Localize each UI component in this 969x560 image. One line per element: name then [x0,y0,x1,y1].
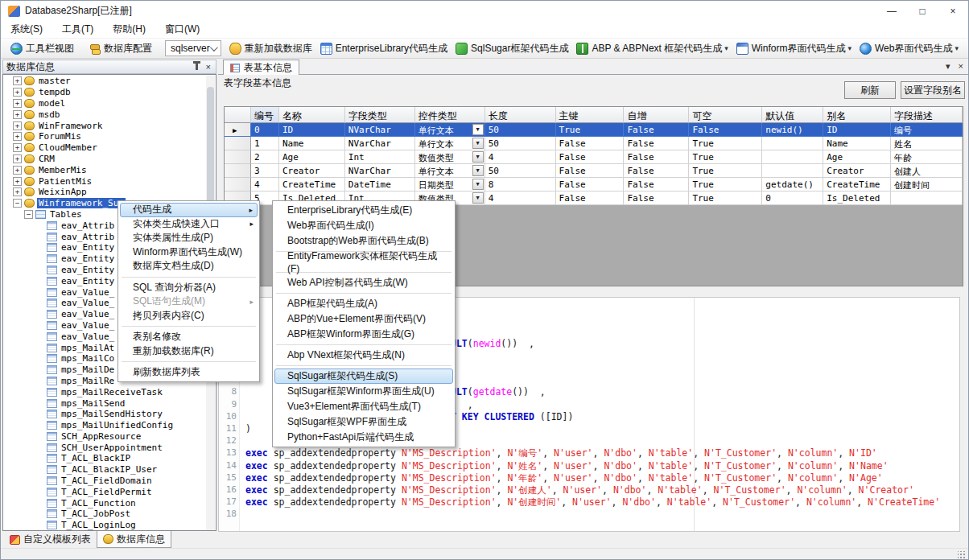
grid-cell[interactable]: 年龄 [891,150,963,164]
grid-cell[interactable]: 创建人 [891,164,963,178]
grid-cell[interactable]: ID [823,123,891,137]
grid-cell[interactable]: True [689,164,762,178]
column-header-编号[interactable]: 编号 [251,107,279,123]
codegen-submenu-item-8[interactable]: ABP框架代码生成(A) [274,296,453,311]
tree-item-SCH_UserAppointment[interactable]: SCH_UserAppointment [3,442,206,453]
grid-cell[interactable]: False [556,178,625,191]
context-menu-item-3[interactable]: Winform界面代码生成(W) [120,245,258,260]
grid-cell[interactable]: 单行文本▼ [415,123,485,137]
tree-item-mps_MailReceiveTask[interactable]: mps_MailReceiveTask [3,386,206,397]
toolbar-button-sqlsugar-codegen[interactable]: SqlSugar框架代码生成 [452,40,571,57]
expand-icon[interactable]: + [13,76,22,85]
grid-cell[interactable]: 3 [251,164,279,178]
grid-cell[interactable] [891,191,963,205]
tree-item-CloudMember[interactable]: +CloudMember [3,142,206,154]
grid-cell[interactable]: Is_Deleted [823,191,891,205]
tree-item-ForumMis[interactable]: +ForumMis [3,131,206,142]
context-menu-item-4[interactable]: 数据库文档生成(D) [120,259,258,274]
tree-item-SCH_AppResource[interactable]: SCH_AppResource [3,431,206,443]
grid-cell[interactable]: True [689,137,762,150]
tree-item-msdb[interactable]: +msdb [3,109,206,120]
collapse-icon[interactable]: − [13,199,22,208]
grid-cell[interactable]: 4 [251,178,279,191]
tree-item-WinFramework[interactable]: +WinFramework [3,120,206,131]
toolbar-button-reload-db[interactable]: 重新加载数据库 [226,40,315,57]
grid-cell[interactable] [225,178,251,191]
grid-cell[interactable]: 创建时间 [891,178,963,191]
grid-cell[interactable]: CreateTime [279,178,345,191]
grid-cell[interactable]: DateTime [345,178,415,191]
grid-cell[interactable]: Creator [279,164,345,178]
pin-icon[interactable] [196,64,198,70]
control-type-dropdown[interactable]: ▼ [472,179,484,190]
codegen-submenu-item-1[interactable]: Web界面代码生成(I) [274,218,453,233]
tree-item-T_ACL_BlackIP_User[interactable]: T_ACL_BlackIP_User [3,464,206,476]
grid-cell[interactable]: True [689,150,762,164]
tab-close-icon[interactable]: × [959,61,963,72]
grid-cell[interactable]: 单行文本▼ [415,137,485,150]
grid-cell[interactable]: 50 [485,164,556,178]
panel-tab-0[interactable]: 自定义模板列表 [4,531,97,548]
grid-cell[interactable]: 姓名 [891,137,963,150]
context-menu-item-0[interactable]: 代码生成▸ [120,203,258,217]
codegen-submenu-item-4[interactable]: EntityFramework实体框架代码生成(F) [274,254,453,270]
grid-cell[interactable]: ▶ [225,123,251,137]
expand-icon[interactable]: + [13,154,22,163]
grid-cell[interactable]: CreateTime [823,178,891,191]
menubar-item-0[interactable]: 系统(S) [1,20,52,39]
grid-cell[interactable]: Name [279,137,345,150]
panel-close-icon[interactable]: × [206,62,211,72]
grid-cell[interactable]: 编号 [891,123,963,137]
expand-icon[interactable]: + [13,187,22,196]
grid-cell[interactable]: False [556,137,625,150]
grid-cell[interactable]: False [689,123,762,137]
grid-cell[interactable]: False [624,191,689,205]
row-header-corner[interactable] [225,107,251,123]
grid-cell[interactable]: 0 [762,191,823,205]
context-menu-item-2[interactable]: 实体类属性生成(P) [120,231,258,245]
grid-cell[interactable]: Int [345,150,415,164]
column-header-控件类型[interactable]: 控件类型 [415,107,485,123]
column-header-长度[interactable]: 长度 [485,107,556,123]
minimize-button[interactable]: — [876,1,907,21]
tree-item-WeixinApp[interactable]: +WeixinApp [3,187,206,198]
grid-cell[interactable]: NVarChar [345,123,415,137]
column-header-字段类型[interactable]: 字段类型 [345,107,415,123]
expand-icon[interactable]: + [13,143,22,152]
expand-icon[interactable]: + [13,166,22,175]
grid-cell[interactable] [762,164,823,178]
codegen-submenu-item-6[interactable]: Web API控制器代码生成(W) [274,275,453,290]
toolbar-button-web-codegen[interactable]: Web界面代码生成▾ [856,40,962,57]
tab-list-dropdown-icon[interactable]: ▾ [946,61,950,72]
context-menu-item-1[interactable]: 实体类生成快速入口▸ [120,217,258,232]
grid-cell[interactable]: False [624,123,689,137]
panel-tab-1[interactable]: 数据库信息 [97,531,171,548]
tree-item-T_ACL_Function[interactable]: T_ACL_Function [3,497,206,509]
column-header-默认值[interactable]: 默认值 [762,107,823,123]
grid-cell[interactable]: False [624,137,689,150]
grid-cell[interactable]: True [689,191,762,205]
context-menu-item-10[interactable]: 表别名修改 [120,330,258,344]
context-menu-item-6[interactable]: SQL 查询分析器(A) [120,281,258,295]
column-header-字段描述[interactable]: 字段描述 [891,107,963,123]
column-header-可空[interactable]: 可空 [689,107,762,123]
expand-icon[interactable]: + [13,132,22,141]
dropdown-caret-icon[interactable]: ▾ [955,44,959,52]
grid-cell[interactable]: Age [823,150,891,164]
tree-item-mps_MailSendHistory[interactable]: mps_MailSendHistory [3,409,206,420]
grid-cell[interactable]: False [556,191,625,205]
grid-cell[interactable]: 日期类型▼ [415,178,485,191]
codegen-submenu-item-10[interactable]: ABP框架Winform界面生成(G) [274,327,453,342]
tree-item-T_ACL_JobPost[interactable]: T_ACL_JobPost [3,509,206,520]
grid-cell[interactable]: Age [279,150,345,164]
tab-table-basic-info[interactable]: 表基本信息 [223,60,299,75]
tree-item-master[interactable]: +master [3,76,206,87]
tree-item-CRM[interactable]: +CRM [3,154,206,165]
grid-cell[interactable]: ID [279,123,345,137]
tree-item-T_ACL_FieldDomain[interactable]: T_ACL_FieldDomain [3,476,206,487]
tree-item-T_ACL_LoginLog[interactable]: T_ACL_LoginLog [3,520,206,531]
context-menu-item-13[interactable]: 刷新数据库列表 [120,365,258,380]
codegen-submenu-item-16[interactable]: Vue3+Element界面代码生成(T) [274,399,453,414]
tree-item-T_ACL_FieldPermit[interactable]: T_ACL_FieldPermit [3,486,206,497]
context-menu-item-11[interactable]: 重新加载数据库(R) [120,344,258,359]
